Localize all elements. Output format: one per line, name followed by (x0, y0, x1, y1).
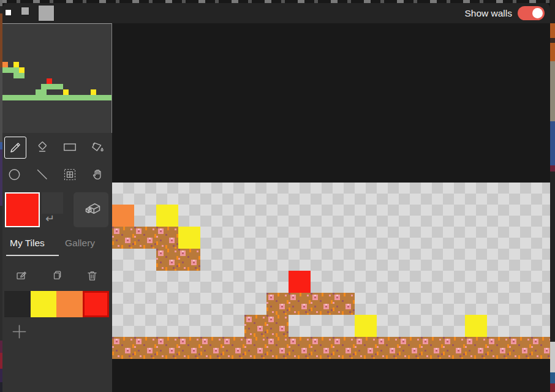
wall-block-button[interactable] (74, 192, 108, 227)
delete-tile-button[interactable] (85, 269, 99, 282)
edit-tile-button[interactable] (15, 269, 28, 282)
canvas-tile-ground[interactable] (266, 293, 289, 315)
palette-tile-orange[interactable] (56, 291, 83, 317)
canvas-tile-ground[interactable] (531, 337, 550, 359)
tool-select[interactable] (59, 164, 80, 185)
canvas-tile-ground[interactable] (289, 337, 311, 359)
tool-pan[interactable] (87, 164, 108, 185)
canvas-tile-ground[interactable] (244, 315, 266, 337)
secondary-color-swatch[interactable] (42, 192, 63, 214)
canvas-tile-red[interactable] (289, 271, 311, 293)
brush-size-medium-button[interactable] (21, 7, 29, 15)
canvas-board[interactable] (112, 183, 550, 359)
plus-icon (11, 323, 28, 340)
edit-icon (15, 270, 28, 282)
canvas-tile-ground[interactable] (377, 337, 399, 359)
canvas-tile-ground[interactable] (244, 337, 266, 359)
minimap-tile-ground (47, 84, 52, 89)
desktop-edge-segment (550, 121, 555, 165)
minimap-tile-ground (36, 89, 41, 95)
palette-tile-black[interactable] (4, 291, 31, 317)
show-walls-label: Show walls (464, 8, 512, 19)
copy-icon (50, 270, 63, 282)
minimap-tile-ground (58, 95, 63, 100)
tab-gallery[interactable]: Gallery (65, 238, 95, 249)
desktop-edge-segment (0, 0, 2, 6)
canvas-tile-ground[interactable] (134, 227, 156, 249)
brush-size-large-button[interactable] (38, 5, 55, 21)
minimap-tile-ground (19, 95, 25, 100)
canvas-tile-ground[interactable] (487, 337, 509, 359)
paint-bucket-icon (90, 140, 105, 154)
canvas-tile-ground[interactable] (200, 337, 222, 359)
copy-tile-button[interactable] (50, 269, 63, 282)
minimap[interactable] (2, 23, 112, 133)
canvas-tile-ground[interactable] (509, 337, 531, 359)
canvas-tile-orange[interactable] (112, 205, 134, 227)
canvas-tile-ground[interactable] (311, 293, 333, 315)
canvas-tile-ground[interactable] (134, 337, 156, 359)
sidebar: ↵ My Tiles Gallery (2, 23, 112, 392)
tool-ellipse[interactable] (4, 164, 25, 185)
desktop-edge-segment (550, 23, 555, 38)
canvas-tile-ground[interactable] (421, 337, 443, 359)
tab-my-tiles[interactable]: My Tiles (10, 238, 45, 249)
rectangle-icon (62, 140, 77, 154)
canvas-tile-ground[interactable] (399, 337, 421, 359)
tool-eraser[interactable] (32, 137, 53, 157)
add-tile-button[interactable] (10, 322, 28, 341)
canvas-tile-ground[interactable] (178, 249, 200, 271)
pencil-icon (8, 140, 23, 155)
canvas-tile-ground[interactable] (112, 337, 134, 359)
canvas-tile-ground[interactable] (355, 337, 377, 359)
palette-tile-yellow[interactable] (31, 291, 57, 317)
minimap-tile-yellow (63, 89, 69, 95)
minimap-tile-orange (2, 62, 8, 67)
brush-size-small-button[interactable] (5, 9, 12, 16)
palette-tile-red[interactable] (83, 291, 109, 317)
primary-color-swatch[interactable] (5, 192, 40, 227)
canvas-tile-ground[interactable] (311, 337, 333, 359)
minimap-tile-ground (25, 95, 30, 100)
canvas-tile-ground[interactable] (333, 337, 355, 359)
canvas-tile-ground[interactable] (222, 337, 244, 359)
tool-pencil[interactable] (4, 137, 26, 159)
canvas-tile-ground[interactable] (156, 249, 178, 271)
tool-line[interactable] (32, 164, 53, 185)
canvas-tile-ground[interactable] (178, 337, 200, 359)
canvas-tile-yellow[interactable] (465, 315, 487, 337)
canvas-tile-yellow[interactable] (355, 315, 377, 337)
tool-rectangle[interactable] (59, 137, 80, 157)
minimap-tile-ground (2, 95, 8, 100)
canvas-tile-ground[interactable] (465, 337, 487, 359)
toggle-knob-icon (532, 8, 543, 18)
minimap-tile-ground (58, 84, 63, 89)
desktop-edge-segment (550, 38, 555, 43)
canvas-tile-yellow[interactable] (156, 205, 178, 227)
hand-icon (90, 167, 105, 182)
top-bar: Show walls (2, 3, 550, 23)
active-tab-underline (6, 255, 59, 256)
desktop-edge-segment (550, 0, 555, 23)
canvas-tile-ground[interactable] (112, 227, 134, 249)
tool-fill[interactable] (87, 137, 108, 157)
show-walls-toggle[interactable] (518, 6, 545, 20)
canvas-tile-ground[interactable] (266, 315, 289, 337)
3d-block-icon (81, 200, 102, 221)
minimap-tile-ground (52, 84, 58, 89)
minimap-tile-ground (8, 95, 13, 100)
minimap-tile-ground (2, 67, 8, 73)
minimap-tile-ground (102, 95, 107, 100)
canvas-tile-ground[interactable] (333, 293, 355, 315)
minimap-tile-ground (41, 84, 47, 89)
desktop-edge-segment (550, 165, 555, 172)
canvas-tile-ground[interactable] (443, 337, 465, 359)
canvas-tile-yellow[interactable] (178, 227, 200, 249)
canvas-tile-ground[interactable] (156, 227, 178, 249)
canvas-tile-ground[interactable] (289, 293, 311, 315)
canvas-tile-ground[interactable] (266, 337, 289, 359)
desktop-edge-segment (550, 61, 555, 121)
swap-colors-icon[interactable]: ↵ (45, 213, 55, 224)
canvas-tile-ground[interactable] (156, 337, 178, 359)
desktop-edge-right (550, 0, 555, 392)
